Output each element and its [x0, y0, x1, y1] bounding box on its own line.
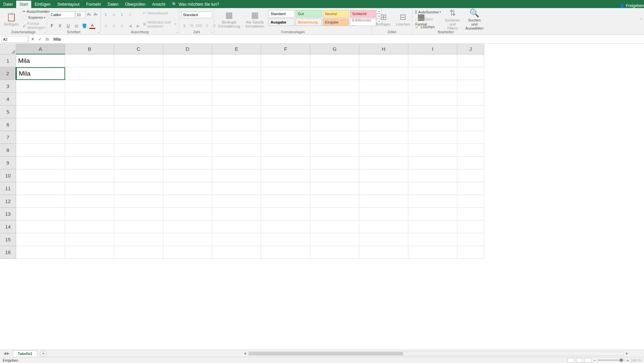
row-header-10[interactable]: 10 [0, 169, 16, 182]
cell-A11[interactable] [16, 182, 65, 195]
cell-A15[interactable] [16, 233, 65, 246]
row-header-9[interactable]: 9 [0, 157, 16, 169]
italic-button[interactable]: K [57, 23, 63, 29]
cell-G3[interactable] [310, 80, 359, 93]
align-center-button[interactable]: ≡ [111, 23, 117, 29]
cell-F11[interactable] [261, 182, 310, 195]
cell-G16[interactable] [310, 246, 359, 259]
cell-E4[interactable] [212, 93, 261, 106]
decrease-font-button[interactable]: A▾ [93, 11, 99, 17]
zoom-level[interactable]: 240 % [631, 358, 641, 362]
column-header-G[interactable]: G [310, 44, 359, 54]
cell-J4[interactable] [457, 93, 484, 106]
find-select-button[interactable]: 🔍 Suchen und Auswählen [463, 9, 486, 30]
normal-view-button[interactable] [567, 358, 574, 363]
cell-H16[interactable] [359, 246, 408, 259]
font-size-select[interactable] [76, 11, 85, 18]
cell-I10[interactable] [408, 169, 457, 182]
sheet-nav-prev[interactable]: ◀ [3, 351, 6, 356]
increase-decimal-button[interactable]: .0 [203, 23, 210, 29]
cell-C3[interactable] [114, 80, 163, 93]
increase-font-button[interactable]: A▴ [86, 11, 92, 17]
cell-G9[interactable] [310, 157, 359, 169]
column-header-I[interactable]: I [408, 44, 457, 54]
cell-C13[interactable] [114, 208, 163, 220]
cell-F3[interactable] [261, 80, 310, 93]
cell-D10[interactable] [163, 169, 212, 182]
cell-A14[interactable] [16, 220, 65, 233]
insert-function-button[interactable]: fx [45, 37, 50, 42]
cell-B2[interactable] [65, 67, 114, 80]
select-all-corner[interactable] [0, 44, 16, 54]
zoom-slider[interactable] [598, 360, 625, 361]
cell-G8[interactable] [310, 144, 359, 157]
hscroll-thumb[interactable] [249, 352, 403, 355]
cell-H15[interactable] [359, 233, 408, 246]
cell-F7[interactable] [261, 131, 310, 144]
zoom-thumb[interactable] [620, 359, 623, 362]
cell-J9[interactable] [457, 157, 484, 169]
page-layout-view-button[interactable] [576, 358, 583, 363]
cell-H3[interactable] [359, 80, 408, 93]
tab-start[interactable]: Start [16, 1, 31, 8]
row-header-2[interactable]: 2 [0, 67, 16, 80]
cell-F10[interactable] [261, 169, 310, 182]
cell-I15[interactable] [408, 233, 457, 246]
delete-cells-button[interactable]: ⊟ Löschen [394, 9, 412, 30]
cell-A9[interactable] [16, 157, 65, 169]
cell-G1[interactable] [310, 54, 359, 67]
cell-H2[interactable] [359, 67, 408, 80]
cell-H7[interactable] [359, 131, 408, 144]
cell-H4[interactable] [359, 93, 408, 106]
increase-indent-button[interactable]: ▶ [135, 23, 141, 29]
percent-button[interactable]: % [189, 23, 195, 29]
cell-C12[interactable] [114, 195, 163, 208]
copy-button[interactable]: 📄 Kopieren ▾ [22, 15, 50, 20]
fill-button[interactable]: ↓ Ausfüllen [414, 17, 442, 22]
cell-B1[interactable] [65, 54, 114, 67]
column-header-F[interactable]: F [261, 44, 310, 54]
cell-J13[interactable] [457, 208, 484, 220]
orientation-button[interactable]: ↗ [127, 12, 133, 18]
scroll-right-button[interactable]: ▶ [626, 352, 628, 355]
style-eingabe[interactable]: Eingabe [323, 18, 349, 26]
cell-G2[interactable] [310, 67, 359, 80]
cell-F12[interactable] [261, 195, 310, 208]
thousands-button[interactable]: 000 [196, 23, 202, 29]
cell-E2[interactable] [212, 67, 261, 80]
cell-I3[interactable] [408, 80, 457, 93]
cell-D12[interactable] [163, 195, 212, 208]
cell-J5[interactable] [457, 106, 484, 118]
cell-J16[interactable] [457, 246, 484, 259]
cell-D14[interactable] [163, 220, 212, 233]
cell-I11[interactable] [408, 182, 457, 195]
cell-A10[interactable] [16, 169, 65, 182]
cell-D9[interactable] [163, 157, 212, 169]
cell-A13[interactable] [16, 208, 65, 220]
cell-D2[interactable] [163, 67, 212, 80]
cell-J14[interactable] [457, 220, 484, 233]
cell-B10[interactable] [65, 169, 114, 182]
cell-B5[interactable] [65, 106, 114, 118]
alignment-launcher[interactable]: ⌐ [177, 31, 178, 34]
cell-G6[interactable] [310, 118, 359, 131]
row-header-14[interactable]: 14 [0, 220, 16, 233]
cell-E1[interactable] [212, 54, 261, 67]
column-header-H[interactable]: H [359, 44, 408, 54]
cell-A16[interactable] [16, 246, 65, 259]
align-top-button[interactable]: ⬆ [103, 12, 109, 18]
cell-H8[interactable] [359, 144, 408, 157]
cell-I7[interactable] [408, 131, 457, 144]
cell-C8[interactable] [114, 144, 163, 157]
row-header-6[interactable]: 6 [0, 118, 16, 131]
cell-B16[interactable] [65, 246, 114, 259]
row-header-7[interactable]: 7 [0, 131, 16, 144]
cell-C1[interactable] [114, 54, 163, 67]
row-header-1[interactable]: 1 [0, 54, 16, 67]
cell-E10[interactable] [212, 169, 261, 182]
cell-D4[interactable] [163, 93, 212, 106]
cell-B12[interactable] [65, 195, 114, 208]
merge-center-button[interactable]: ⊞ Verbinden und zentrieren ▾ [142, 20, 177, 29]
insert-cells-button[interactable]: ⊞ Einfügen [374, 9, 393, 30]
cell-G13[interactable] [310, 208, 359, 220]
